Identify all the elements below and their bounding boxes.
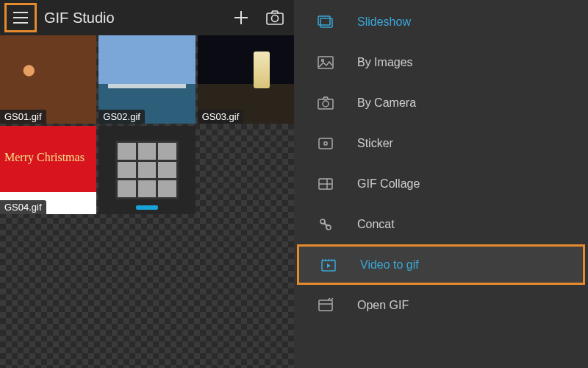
concat-icon [316, 217, 335, 232]
plus-icon [232, 9, 250, 26]
menu-icon [12, 11, 29, 24]
menu-label: GIF Collage [357, 177, 420, 191]
camera-button[interactable] [260, 3, 290, 32]
collage-thumbnail [115, 141, 179, 199]
menu-item-by-images[interactable]: By Images [294, 42, 588, 82]
menu-label: By Camera [357, 96, 416, 110]
svg-rect-14 [324, 142, 327, 145]
gallery-item[interactable]: GS02.gif [98, 35, 195, 124]
svg-point-12 [323, 101, 329, 107]
create-menu-panel: Slideshow By Images By Camera Sticker GI… [294, 0, 588, 368]
gallery-item[interactable]: Merry Christmas GS04.gif [0, 126, 96, 214]
gallery-item[interactable] [98, 126, 195, 214]
slideshow-icon [316, 15, 335, 29]
menu-item-by-camera[interactable]: By Camera [294, 82, 588, 123]
gallery-caption: GS02.gif [98, 110, 145, 124]
svg-rect-24 [319, 300, 332, 311]
menu-label: Concat [357, 218, 395, 231]
gallery-item[interactable]: GS03.gif [198, 35, 294, 124]
menu-item-sticker[interactable]: Sticker [294, 123, 588, 163]
app-title: GIF Studio [41, 10, 222, 26]
gallery-caption: GS01.gif [0, 110, 46, 124]
main-pane: GIF Studio GS01.gif GS02.gif GS03.gi [0, 0, 294, 368]
menu-label: Video to gif [360, 258, 419, 272]
menu-label: Slideshow [357, 15, 411, 29]
hamburger-button[interactable] [4, 3, 37, 32]
menu-item-video-to-gif[interactable]: Video to gif [297, 244, 585, 285]
thumbnail-text: Merry Christmas [4, 151, 85, 164]
add-button[interactable] [226, 3, 256, 32]
svg-point-10 [322, 59, 324, 61]
gallery-caption: GS03.gif [198, 110, 244, 124]
progress-indicator [136, 205, 158, 210]
gallery-caption: GS04.gif [0, 200, 46, 214]
menu-label: By Images [357, 56, 413, 69]
svg-rect-13 [319, 138, 332, 149]
menu-item-open-gif[interactable]: Open GIF [294, 285, 588, 325]
svg-marker-23 [327, 263, 331, 268]
titlebar: GIF Studio [0, 0, 294, 35]
menu-item-gif-collage[interactable]: GIF Collage [294, 163, 588, 204]
gallery-area: GS01.gif GS02.gif GS03.gif Merry Christm… [0, 35, 294, 368]
menu-label: Open GIF [357, 299, 409, 312]
open-icon [316, 298, 335, 313]
menu-item-concat[interactable]: Concat [294, 204, 588, 244]
menu-label: Sticker [357, 137, 393, 150]
svg-point-6 [272, 15, 279, 22]
gallery-grid: GS01.gif GS02.gif GS03.gif Merry Christm… [0, 35, 294, 214]
camera-icon [316, 96, 335, 110]
camera-icon [265, 10, 284, 26]
video-icon [319, 258, 338, 272]
menu-item-slideshow[interactable]: Slideshow [294, 1, 588, 42]
svg-rect-9 [318, 57, 333, 68]
images-icon [316, 55, 335, 70]
gallery-item[interactable]: GS01.gif [0, 35, 96, 124]
sticker-icon [316, 136, 335, 151]
collage-icon [316, 177, 335, 191]
